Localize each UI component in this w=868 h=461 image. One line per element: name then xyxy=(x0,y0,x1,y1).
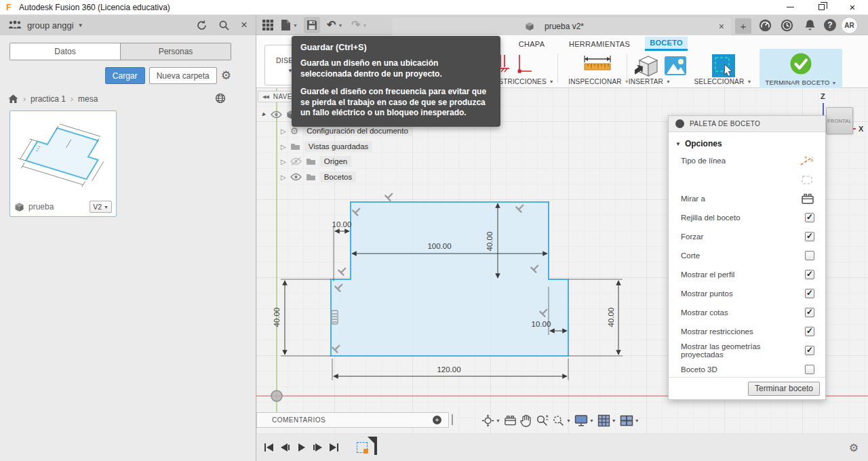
team-name[interactable]: group anggi xyxy=(27,20,74,31)
checkbox-show-projected[interactable] xyxy=(805,346,814,355)
close-tab-icon[interactable]: × xyxy=(719,21,724,32)
dimension-bottom-width[interactable]: 120.00 xyxy=(437,365,460,374)
timeline-settings-gear-icon[interactable]: ⚙ xyxy=(849,441,859,454)
expand-open-icon[interactable]: ▼ xyxy=(259,110,268,119)
sketch-profile[interactable] xyxy=(331,202,568,356)
dimension-right-height[interactable]: 40.00 xyxy=(607,308,615,327)
measure-tool[interactable] xyxy=(582,54,613,75)
dimension-left-height[interactable]: 40.00 xyxy=(273,308,281,327)
document-card-prueba[interactable]: prueba V2 ▼ xyxy=(9,111,117,217)
chevron-down-icon[interactable]: ▼ xyxy=(78,22,83,28)
file-menu-button[interactable]: ▼ xyxy=(281,17,298,33)
tree-item-label[interactable]: Vistas guardadas xyxy=(304,141,373,152)
checkbox-sketch-grid[interactable] xyxy=(805,213,814,222)
timeline-step-back-button[interactable] xyxy=(279,442,291,453)
dimension-right-offset[interactable]: 10.00 xyxy=(532,320,551,328)
group-seleccionar[interactable]: SELECCIONAR▼ xyxy=(679,77,767,86)
extensions-icon[interactable] xyxy=(758,18,772,32)
redo-button[interactable]: ↷ ▼ xyxy=(351,17,367,33)
origin-point[interactable] xyxy=(271,390,282,401)
eye-off-icon[interactable] xyxy=(290,157,302,166)
tab-herramientas[interactable]: HERRAMIENTAS xyxy=(563,37,636,51)
document-tab[interactable]: prueba v2* × xyxy=(392,18,731,35)
sketch-palette-header[interactable]: PALETA DE BOCETO xyxy=(669,116,825,132)
tree-item-label[interactable]: Origen xyxy=(320,156,352,167)
save-button[interactable] xyxy=(304,17,320,33)
viewports-tool[interactable]: ▼ xyxy=(620,415,639,426)
new-tab-button[interactable]: + xyxy=(735,18,751,34)
timeline-playhead[interactable] xyxy=(374,437,377,455)
home-icon[interactable] xyxy=(8,94,18,104)
job-status-clock-icon[interactable] xyxy=(780,18,793,32)
notifications-bell-icon[interactable] xyxy=(803,18,816,32)
minimize-button[interactable] xyxy=(774,0,806,15)
data-panel-toggle-icon[interactable] xyxy=(262,17,274,33)
tree-row-sketches[interactable]: ▷ Bocetos xyxy=(281,170,356,184)
timeline-go-to-end-button[interactable] xyxy=(328,442,340,453)
comments-bar[interactable]: COMENTARIOS + xyxy=(256,412,449,428)
user-avatar[interactable]: AR xyxy=(841,17,858,34)
globe-icon[interactable] xyxy=(215,93,226,106)
timeline-go-to-start-button[interactable] xyxy=(263,442,275,453)
eye-icon[interactable] xyxy=(271,111,282,119)
dimension-top-offset[interactable]: 10.00 xyxy=(332,220,352,228)
insert-tools[interactable] xyxy=(635,54,688,78)
finish-sketch-footer-button[interactable]: Terminar boceto xyxy=(748,382,820,396)
close-panel-icon[interactable]: × xyxy=(241,20,248,31)
expand-icon[interactable]: ▷ xyxy=(281,127,286,135)
tree-row-named-views[interactable]: ▷ Vistas guardadas xyxy=(281,140,372,153)
checkbox-show-points[interactable] xyxy=(805,289,814,298)
orbit-tool[interactable]: ▼ xyxy=(481,414,500,427)
tree-item-label[interactable]: Configuración del documento xyxy=(302,125,412,136)
settings-gear-icon[interactable]: ⚙ xyxy=(221,70,231,81)
timeline-step-forward-button[interactable] xyxy=(312,442,323,453)
dimension-upper-height[interactable]: 40.00 xyxy=(486,232,494,252)
tab-chapa[interactable]: CHAPA xyxy=(513,37,551,51)
look-at-icon[interactable] xyxy=(801,193,814,205)
design-canvas[interactable]: 10.00 100.00 40.00 40.00 40.00 10.00 xyxy=(256,88,868,434)
expand-icon[interactable]: ▷ xyxy=(281,174,286,181)
construction-line-icon[interactable] xyxy=(800,155,814,166)
checkbox-3d-sketch[interactable] xyxy=(805,365,814,374)
grid-snap-tool[interactable]: ▼ xyxy=(597,414,616,427)
help-icon[interactable]: ? xyxy=(823,18,837,32)
tab-datos[interactable]: Datos xyxy=(10,43,120,60)
dashed-profile-icon[interactable] xyxy=(801,174,814,185)
checkbox-show-constraints[interactable] xyxy=(805,327,814,336)
collapse-browser-icon[interactable]: ◀◀ xyxy=(262,94,269,100)
options-section-header[interactable]: ▼ Opciones xyxy=(669,132,825,151)
search-icon[interactable] xyxy=(218,20,230,31)
upload-button[interactable]: Cargar xyxy=(105,67,145,84)
checkbox-snap[interactable] xyxy=(805,232,814,241)
finish-sketch-button[interactable]: TERMINAR BOCETO ▼ xyxy=(760,49,842,88)
version-dropdown[interactable]: V2 ▼ xyxy=(90,201,112,213)
checkbox-show-profile[interactable] xyxy=(805,270,814,279)
checkbox-show-dimensions[interactable] xyxy=(805,308,814,317)
checkbox-slice[interactable] xyxy=(805,251,814,260)
timeline-sketch-feature[interactable] xyxy=(357,442,368,453)
add-comment-icon[interactable]: + xyxy=(433,416,441,424)
undo-button[interactable]: ↶ ▼ xyxy=(327,17,342,33)
refresh-icon[interactable] xyxy=(196,20,208,31)
tree-item-label[interactable]: Bocetos xyxy=(320,172,357,182)
zoom-tool[interactable] xyxy=(536,414,549,427)
pan-tool[interactable] xyxy=(520,414,532,427)
constraints-tools[interactable] xyxy=(495,54,533,75)
eye-icon[interactable] xyxy=(290,173,302,181)
panel-resize-handle[interactable] xyxy=(452,414,453,425)
collapse-palette-icon[interactable] xyxy=(675,119,684,128)
fit-tool[interactable]: ▼ xyxy=(552,414,571,427)
breadcrumb-project[interactable]: practica 1 xyxy=(31,94,66,104)
dimension-top-width[interactable]: 100.00 xyxy=(427,242,451,250)
look-at-tool[interactable] xyxy=(504,415,517,426)
restore-button[interactable] xyxy=(806,0,837,15)
expand-icon[interactable]: ▷ xyxy=(281,143,286,151)
display-settings-tool[interactable]: ▼ xyxy=(574,414,594,426)
breadcrumb-folder[interactable]: mesa xyxy=(78,94,98,104)
expand-icon[interactable]: ▷ xyxy=(281,158,286,165)
select-tool[interactable] xyxy=(711,54,736,78)
timeline-play-button[interactable] xyxy=(296,442,307,453)
close-window-button[interactable]: × xyxy=(837,0,868,15)
tab-boceto[interactable]: BOCETO xyxy=(645,37,688,51)
new-folder-button[interactable]: Nueva carpeta xyxy=(149,67,217,84)
